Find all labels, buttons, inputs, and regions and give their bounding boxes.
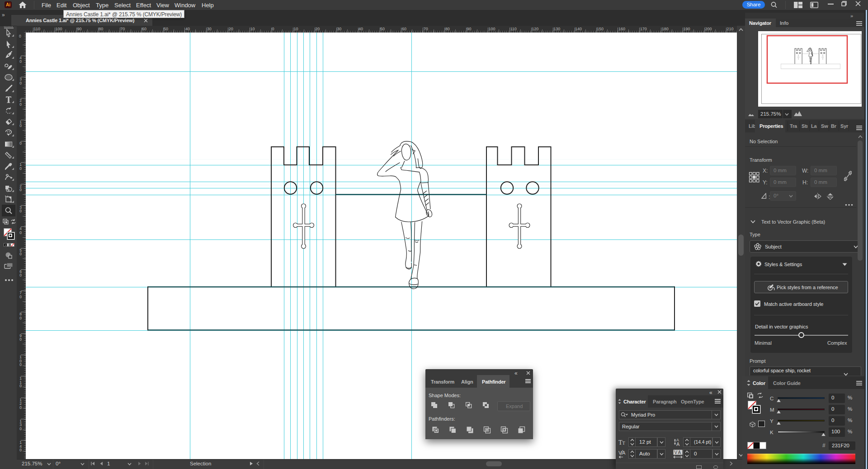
svg-text:A: A [676, 441, 680, 447]
svg-text:A: A [678, 450, 681, 455]
svg-text:V: V [675, 450, 678, 455]
